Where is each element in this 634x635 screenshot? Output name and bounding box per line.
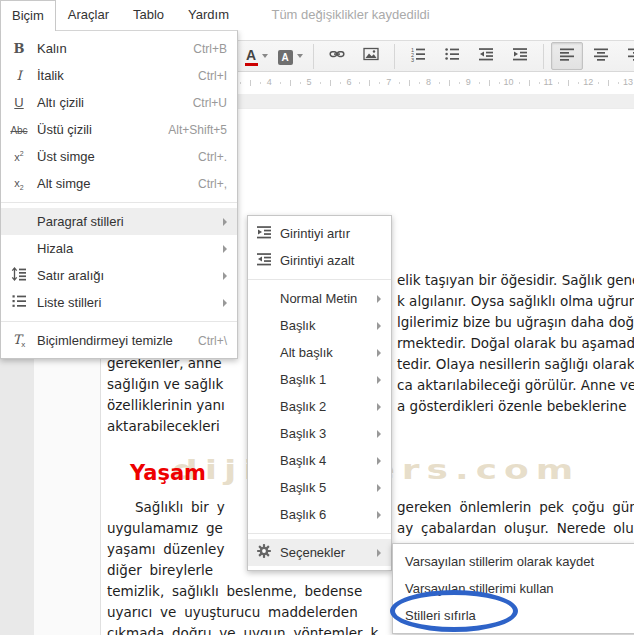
ruler-tick — [419, 82, 420, 84]
ruler-tick — [489, 80, 490, 86]
ruler-tick — [240, 82, 241, 84]
menu-item-secenekler[interactable]: Seçenekler — [248, 539, 391, 566]
submenu-arrow-icon — [223, 299, 227, 307]
menubar-item-araclar[interactable]: Araçlar — [56, 0, 121, 29]
menubar-item-tablo[interactable]: Tablo — [121, 0, 176, 29]
italic-icon: I — [1, 68, 37, 83]
link-icon — [329, 46, 345, 66]
numbered-list-icon: 123 — [410, 46, 426, 66]
menu-item-alt-baslik[interactable]: Alt başlık — [248, 339, 391, 366]
ruler-tick — [449, 80, 450, 86]
menu-item-baslik-5[interactable]: Başlık 5 — [248, 474, 391, 501]
menu-item-alt-simge[interactable]: x2Alt simgeCtrl+, — [1, 170, 237, 197]
align-center-button[interactable] — [585, 42, 617, 70]
menu-item-label: Başlık 2 — [280, 399, 369, 414]
decrease-indent-button[interactable] — [470, 42, 502, 70]
ruler-tick — [250, 80, 251, 86]
underline-icon: U — [1, 95, 37, 110]
toolbar-separator — [543, 44, 544, 69]
menu-item-label: Seçenekler — [280, 545, 369, 560]
ruler-number: 6 — [346, 77, 351, 87]
menu-item-label: Satır aralığı — [37, 268, 215, 283]
menu-item-shortcut: Ctrl+. — [198, 150, 227, 164]
menu-item-girintiyi-artir[interactable]: Girintiyi artır — [248, 220, 391, 247]
menu-separator — [248, 533, 391, 534]
text-color-button[interactable]: A — [240, 42, 272, 70]
submenu-arrow-icon — [377, 403, 381, 411]
highlight-color-button[interactable]: A — [274, 42, 306, 70]
increase-indent-button[interactable] — [504, 42, 536, 70]
google-docs-window: dijitalders.com Yaşam elik taşıyan bir ö… — [0, 0, 634, 635]
menu-item-shortcut: Ctrl+\ — [198, 334, 227, 348]
ruler-number: 13 — [623, 77, 633, 87]
menu-item-baslik-1[interactable]: Başlık 1 — [248, 366, 391, 393]
ruler-tick — [539, 82, 540, 84]
ruler-tick — [330, 80, 331, 86]
submenu-arrow-icon — [377, 457, 381, 465]
menu-item-girintiyi-azalt[interactable]: Girintiyi azalt — [248, 247, 391, 274]
insert-link-button[interactable] — [321, 42, 353, 70]
insert-image-button[interactable] — [355, 42, 387, 70]
ruler-tick — [568, 80, 569, 86]
menu-item-baslik-4[interactable]: Başlık 4 — [248, 447, 391, 474]
subscript-icon: x2 — [1, 175, 37, 191]
menu-item-label: Paragraf stilleri — [37, 214, 215, 229]
menu-item-label: Başlık 3 — [280, 426, 369, 441]
menu-item-paragraf-stilleri[interactable]: Paragraf stilleri — [1, 208, 237, 235]
menu-item-baslik-3[interactable]: Başlık 3 — [248, 420, 391, 447]
superscript-icon: x2 — [1, 149, 37, 164]
menu-item-ust-simge[interactable]: x2Üst simgeCtrl+. — [1, 143, 237, 170]
menu-item-alti-cizili[interactable]: UAltı çiziliCtrl+U — [1, 89, 237, 116]
menu-item-baslik-2[interactable]: Başlık 2 — [248, 393, 391, 420]
menu-item-label: Hizala — [37, 241, 215, 256]
menu-item-baslik[interactable]: Başlık — [248, 312, 391, 339]
menu-item-satir-araligi[interactable]: Satır aralığı — [1, 262, 237, 289]
indent-icon — [512, 46, 528, 66]
menubar-item-bicim[interactable]: Biçim — [0, 0, 56, 31]
ruler-tick — [300, 82, 301, 84]
menu-item-italik[interactable]: IİtalikCtrl+I — [1, 62, 237, 89]
save-status: Tüm değişiklikler kaydedildi — [271, 0, 429, 29]
align-center-icon — [593, 46, 609, 66]
menu-item-kalin[interactable]: BKalınCtrl+B — [1, 35, 237, 62]
submenu-arrow-icon — [377, 376, 381, 384]
ruler-number: 8 — [426, 77, 431, 87]
outdent-icon — [478, 46, 494, 66]
menu-item-label: Başlık 5 — [280, 480, 369, 495]
line-spacing-icon — [1, 266, 37, 285]
menu-item-varsayilan-stillerim-olarak-kaydet[interactable]: Varsayılan stillerim olarak kaydet — [393, 548, 634, 575]
menu-item-hizala[interactable]: Hizala — [1, 235, 237, 262]
ruler-tick — [459, 82, 460, 84]
submenu-arrow-icon — [377, 430, 381, 438]
ruler-tick — [290, 80, 291, 86]
menu-item-label: Başlık 1 — [280, 372, 369, 387]
menu-item-ustu-cizili[interactable]: AbcÜstü çiziliAlt+Shift+5 — [1, 116, 237, 143]
align-left-icon — [559, 46, 575, 66]
submenu-arrow-icon — [377, 322, 381, 330]
ruler-tick — [379, 82, 380, 84]
indent-icon — [248, 224, 280, 243]
submenu-arrow-icon — [223, 245, 227, 253]
menu-item-label: Liste stilleri — [37, 295, 215, 310]
ruler-number: 12 — [583, 77, 593, 87]
svg-text:3: 3 — [411, 57, 414, 62]
align-left-button[interactable] — [551, 42, 583, 70]
menu-item-label: Girintiyi azalt — [280, 253, 381, 268]
menu-item-varsayilan-stillerimi-kullan[interactable]: Varsayılan stillerimi kullan — [393, 575, 634, 602]
dropdown-arrow-icon — [297, 54, 303, 58]
menu-item-baslik-6[interactable]: Başlık 6 — [248, 501, 391, 528]
bulleted-list-button[interactable] — [436, 42, 468, 70]
align-right-button[interactable] — [619, 42, 634, 70]
ruler-tick — [479, 82, 480, 84]
ruler-tick — [439, 82, 440, 84]
submenu-arrow-icon — [223, 272, 227, 280]
menu-item-liste-stilleri[interactable]: Liste stilleri — [1, 289, 237, 316]
submenu-arrow-icon — [377, 549, 381, 557]
menu-item-normal-metin[interactable]: Normal Metin — [248, 285, 391, 312]
numbered-list-button[interactable]: 123 — [402, 42, 434, 70]
menu-item-stilleri-sifirla[interactable]: Stilleri sıfırla — [393, 602, 634, 629]
menubar-item-yardim[interactable]: Yardım — [176, 0, 241, 29]
menu-item-label: Altı çizili — [37, 95, 175, 110]
menu-item-bicimlendirmeyi-temizle[interactable]: TxBiçimlendirmeyi temizleCtrl+\ — [1, 327, 237, 354]
menu-item-shortcut: Ctrl+, — [198, 177, 227, 191]
